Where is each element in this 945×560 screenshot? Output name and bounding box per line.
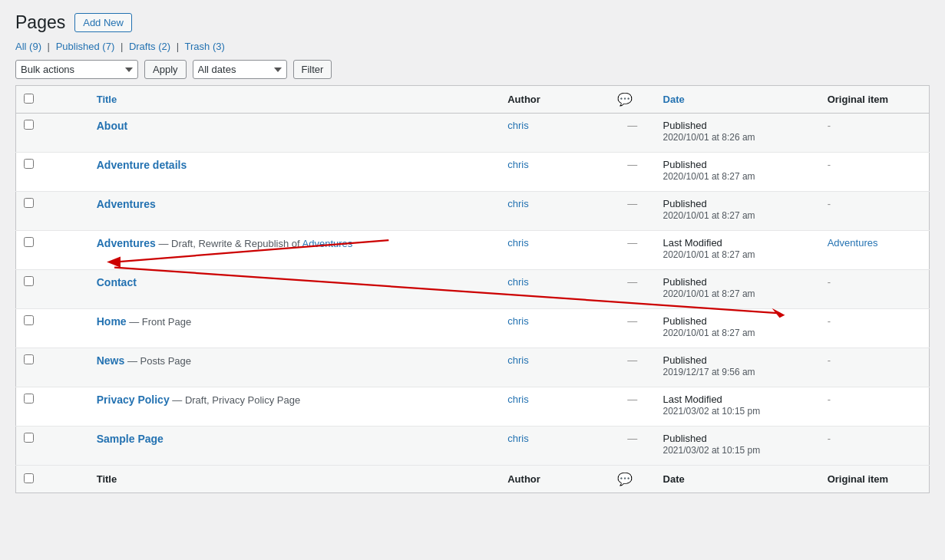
row-original-cell: - <box>820 387 930 427</box>
all-filter-link[interactable]: All (9) <box>15 41 41 52</box>
row-checkbox[interactable] <box>24 237 34 247</box>
row-author-link[interactable]: chris <box>507 159 528 170</box>
row-author-link[interactable]: chris <box>507 120 528 131</box>
row-author-link[interactable]: chris <box>507 276 528 288</box>
select-all-footer[interactable] <box>16 466 89 493</box>
row-author-link[interactable]: chris <box>507 315 528 327</box>
row-title-link[interactable]: Contact <box>97 276 137 288</box>
add-new-button[interactable]: Add New <box>74 13 132 32</box>
row-checkbox[interactable] <box>24 433 34 443</box>
drafts-filter-link[interactable]: Drafts (2) <box>129 41 170 52</box>
published-filter-link[interactable]: Published (7) <box>56 41 115 52</box>
row-original-dash: - <box>828 276 831 288</box>
filter-button[interactable]: Filter <box>293 60 332 79</box>
row-comments-cell: — <box>610 348 656 387</box>
row-date-status: Published <box>663 315 707 327</box>
row-date-status: Published <box>663 120 707 131</box>
bulk-actions-select[interactable]: Bulk actions Edit Move to Trash <box>15 60 138 79</box>
title-sort-link[interactable]: Title <box>97 94 117 105</box>
row-author-link[interactable]: chris <box>507 433 528 444</box>
row-title-link[interactable]: Adventures <box>97 198 156 210</box>
row-original-cell: - <box>820 309 930 348</box>
row-original-dash: - <box>828 159 831 170</box>
row-comments-dash: — <box>627 354 637 366</box>
row-author-link[interactable]: chris <box>507 354 528 366</box>
row-checkbox-cell <box>16 231 89 270</box>
apply-button[interactable]: Apply <box>144 60 187 79</box>
row-title-cell: News — Posts PageEdit | Quick Edit | Tra… <box>89 348 501 387</box>
row-comments-cell: — <box>610 192 656 231</box>
original-column-header: Original item <box>820 86 930 114</box>
select-all-checkbox[interactable] <box>24 94 34 104</box>
row-checkbox-cell <box>16 192 89 231</box>
row-original-dash: - <box>828 198 831 209</box>
select-all-header[interactable] <box>16 86 89 114</box>
row-date-cell: Published2020/10/01 at 8:27 am <box>656 192 820 231</box>
row-original-dash: - <box>828 120 831 131</box>
table-row: Sample PageEdit | Quick Edit | Trash | V… <box>16 427 930 466</box>
row-author-cell: chris <box>500 153 610 192</box>
title-column-header[interactable]: Title <box>89 86 501 114</box>
row-title-link[interactable]: Adventures <box>97 237 156 249</box>
row-checkbox[interactable] <box>24 159 34 169</box>
date-column-header[interactable]: Date <box>656 86 820 114</box>
row-checkbox[interactable] <box>24 120 34 130</box>
row-date-status: Published <box>663 354 707 366</box>
row-checkbox[interactable] <box>24 276 34 286</box>
author-footer-header: Author <box>500 466 610 493</box>
row-original-cell: - <box>820 192 930 231</box>
row-comments-cell: — <box>610 427 656 466</box>
row-author-cell: chris <box>500 192 610 231</box>
trash-filter[interactable]: Trash (3) <box>185 41 225 52</box>
row-checkbox[interactable] <box>24 354 34 364</box>
table-row: Home — Front PageEdit | Quick Edit | Tra… <box>16 309 930 348</box>
row-original-cell: - <box>820 153 930 192</box>
trash-filter-link[interactable]: Trash (3) <box>185 41 225 52</box>
row-checkbox-cell <box>16 309 89 348</box>
dates-filter-select[interactable]: All dates October 2020 December 2019 Mar… <box>193 60 287 79</box>
page-title: Pages <box>15 12 65 33</box>
row-title-link[interactable]: News <box>97 354 125 367</box>
row-checkbox[interactable] <box>24 198 34 208</box>
row-title-cell: Sample PageEdit | Quick Edit | Trash | V… <box>89 427 501 466</box>
drafts-filter[interactable]: Drafts (2) <box>129 41 173 52</box>
row-author-cell: chris <box>500 231 610 270</box>
row-date-cell: Published2020/10/01 at 8:26 am <box>656 114 820 153</box>
row-author-cell: chris <box>500 387 610 427</box>
row-suffix-link[interactable]: Adventures <box>302 238 353 249</box>
date-footer-header: Date <box>656 466 820 493</box>
row-comments-cell: — <box>610 270 656 309</box>
row-title-link[interactable]: About <box>97 120 127 132</box>
row-comments-dash: — <box>627 198 637 209</box>
row-author-link[interactable]: chris <box>507 237 528 249</box>
all-filter[interactable]: All (9) <box>15 41 45 52</box>
row-date-cell: Last Modified2020/10/01 at 8:27 am <box>656 231 820 270</box>
select-all-footer-checkbox[interactable] <box>24 473 34 483</box>
row-date-cell: Published2020/10/01 at 8:27 am <box>656 270 820 309</box>
row-title-link[interactable]: Privacy Policy <box>97 394 170 406</box>
row-title-suffix: — Draft, Rewrite & Republish of Adventur… <box>156 238 353 249</box>
row-title-cell: AboutEdit | Quick Edit | Trash | View | … <box>89 114 501 153</box>
row-date-status: Published <box>663 433 707 444</box>
original-footer-header: Original item <box>820 466 930 493</box>
row-comments-dash: — <box>627 159 637 170</box>
date-sort-link[interactable]: Date <box>663 94 685 105</box>
row-title-link[interactable]: Sample Page <box>97 433 164 445</box>
row-checkbox-cell <box>16 427 89 466</box>
row-date-cell: Published2021/03/02 at 10:15 pm <box>656 427 820 466</box>
row-original-link[interactable]: Adventures <box>828 237 878 249</box>
row-author-link[interactable]: chris <box>507 394 528 405</box>
row-title-link[interactable]: Adventure details <box>97 159 187 171</box>
row-title-link[interactable]: Home <box>97 315 127 328</box>
published-filter[interactable]: Published (7) <box>56 41 117 52</box>
row-original-cell: - <box>820 348 930 387</box>
row-author-link[interactable]: chris <box>507 198 528 209</box>
row-checkbox[interactable] <box>24 315 34 325</box>
row-date-cell: Published2020/10/01 at 8:27 am <box>656 309 820 348</box>
table-container: Title Author 💬 Date Or <box>15 85 930 493</box>
row-checkbox[interactable] <box>24 394 34 404</box>
row-date-status: Last Modified <box>663 394 722 405</box>
row-title-suffix: — Draft, Privacy Policy Page <box>170 394 301 406</box>
row-original-dash: - <box>828 315 831 327</box>
table-row: ContactEdit | Quick Edit | Trash | View … <box>16 270 930 309</box>
